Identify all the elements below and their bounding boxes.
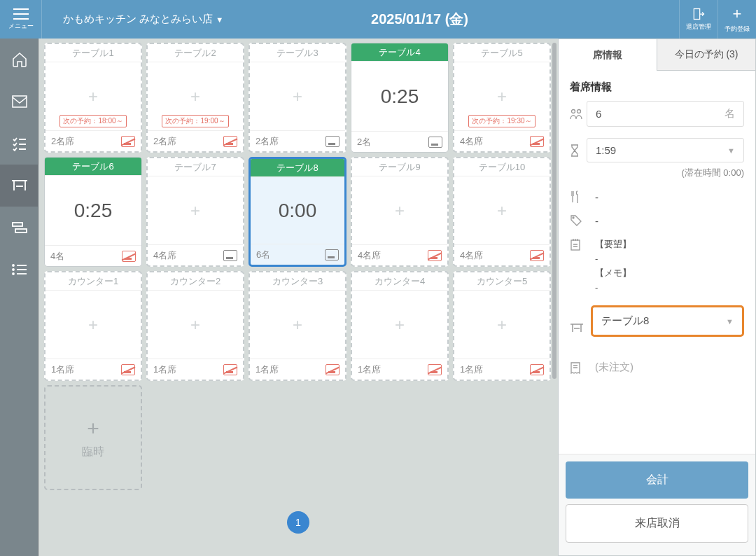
plus-icon: + (190, 87, 200, 106)
table-card[interactable]: テーブル10+4名席 (453, 157, 551, 267)
table-footer: 2名席 (148, 130, 243, 151)
table-card[interactable]: カウンター5+1名席 (453, 271, 551, 381)
table-card[interactable]: テーブル9+4名席 (351, 157, 449, 267)
table-icon (10, 178, 29, 193)
smoking-icon (223, 250, 237, 261)
svg-rect-0 (694, 9, 699, 20)
time-input[interactable]: 1:59 ▼ (587, 138, 744, 162)
table-card[interactable]: テーブル60:254名 (44, 157, 142, 267)
page-indicator[interactable]: 1 (287, 511, 309, 534)
no-smoking-icon (326, 364, 340, 375)
table-footer: 4名席 (454, 244, 550, 265)
svg-point-7 (572, 109, 575, 113)
table-card[interactable]: カウンター4+1名席 (351, 271, 449, 381)
table-card[interactable]: テーブル3+2名席 (248, 43, 346, 153)
plus-icon: + (497, 201, 507, 221)
sidebar-home[interactable] (0, 39, 38, 81)
plus-icon: + (293, 87, 302, 106)
seat-count: 2名 (357, 136, 371, 148)
add-temp-table[interactable]: + 臨時 (44, 385, 142, 490)
table-card[interactable]: テーブル1+次の予約：18:00～2名席 (44, 43, 142, 153)
table-footer: 1名席 (454, 359, 550, 380)
tag-value: - (587, 215, 744, 227)
list-icon (11, 263, 28, 276)
svg-point-5 (13, 269, 14, 270)
svg-point-8 (578, 109, 581, 113)
table-footer: 6名 (251, 244, 344, 265)
seat-count: 1名席 (255, 363, 279, 376)
tab-seat-info[interactable]: 席情報 (559, 39, 657, 71)
plus-icon: + (87, 417, 99, 440)
no-smoking-icon (223, 364, 237, 375)
menu-button[interactable]: メニュー (0, 0, 42, 39)
table-card[interactable]: テーブル7+4名席 (146, 157, 244, 267)
table-name: テーブル3 (250, 44, 345, 62)
table-card[interactable]: カウンター3+1名席 (248, 271, 346, 381)
table-name: カウンター2 (148, 272, 243, 291)
timer: 0:00 (279, 200, 317, 222)
table-name: カウンター4 (352, 272, 447, 291)
no-smoking-icon (530, 136, 544, 147)
table-name: テーブル7 (148, 158, 243, 176)
table-card[interactable]: テーブル5+次の予約：19:30～4名席 (453, 43, 551, 153)
sidebar-list[interactable] (0, 249, 38, 291)
no-smoking-icon (121, 364, 135, 375)
chevron-down-icon: ▼ (726, 317, 734, 326)
svg-rect-1 (13, 96, 27, 107)
table-body: 0:25 (45, 176, 141, 245)
table-card[interactable]: テーブル40:252名 (351, 43, 449, 153)
sidebar-timeline[interactable] (0, 207, 38, 249)
hamburger-icon (13, 8, 29, 20)
guests-icon (570, 109, 587, 120)
sidebar-tables[interactable] (0, 165, 38, 207)
store-management-button[interactable]: 退店管理 (679, 0, 718, 39)
side-panel: 席情報 今日の予約 (3) 着席情報 6 名 (558, 39, 756, 556)
svg-point-6 (13, 273, 14, 274)
sidebar (0, 39, 38, 556)
mail-icon (11, 95, 28, 109)
smoking-icon (326, 136, 340, 147)
table-footer: 1名席 (46, 359, 141, 380)
plus-icon: + (497, 315, 507, 335)
table-icon (570, 322, 587, 333)
table-body: +次の予約：18:00～ (46, 62, 141, 130)
no-smoking-icon (530, 250, 544, 261)
table-select-dropdown[interactable]: テーブル8 ▼ (591, 305, 744, 337)
timeline-icon (11, 221, 28, 234)
table-name: テーブル2 (148, 44, 243, 62)
guest-count-input[interactable]: 6 名 (587, 101, 744, 127)
table-card[interactable]: カウンター2+1名席 (146, 271, 244, 381)
svg-point-9 (573, 217, 574, 218)
tab-today-reservations[interactable]: 今日の予約 (3) (657, 39, 755, 71)
plus-icon: + (190, 201, 200, 221)
order-status: (未注文) (587, 361, 744, 374)
table-name: テーブル6 (45, 158, 141, 176)
sidebar-mail[interactable] (0, 81, 38, 123)
table-card[interactable]: テーブル2+次の予約：19:00～2名席 (146, 43, 244, 153)
checklist-icon (11, 135, 28, 152)
add-reservation-button[interactable]: + 予約登録 (718, 0, 756, 39)
table-grid-area: テーブル1+次の予約：18:00～2名席テーブル2+次の予約：19:00～2名席… (38, 39, 558, 556)
table-body: + (352, 291, 447, 359)
table-name: テーブル4 (351, 43, 448, 62)
plus-icon: + (395, 315, 405, 335)
plus-icon: + (733, 5, 742, 23)
table-card[interactable]: カウンター1+1名席 (44, 271, 142, 381)
date-display[interactable]: 2025/01/17 (金) (160, 10, 679, 29)
table-card[interactable]: テーブル80:006名 (248, 157, 346, 267)
sidebar-checklist[interactable] (0, 123, 38, 165)
timer: 0:25 (74, 200, 113, 222)
svg-rect-3 (15, 229, 27, 232)
scrollbar[interactable] (552, 43, 556, 379)
no-smoking-icon (121, 136, 135, 147)
next-reservation: 次の予約：18:00～ (59, 115, 126, 127)
cancel-visit-button[interactable]: 来店取消 (566, 504, 748, 543)
svg-rect-10 (571, 240, 580, 250)
add-resv-label: 予約登録 (724, 25, 750, 34)
timer: 0:25 (381, 85, 419, 108)
course-value: - (587, 191, 744, 203)
table-body: + (148, 176, 243, 244)
checkout-button[interactable]: 会計 (566, 461, 748, 499)
table-body: + (250, 291, 345, 359)
table-footer: 4名席 (352, 244, 447, 265)
